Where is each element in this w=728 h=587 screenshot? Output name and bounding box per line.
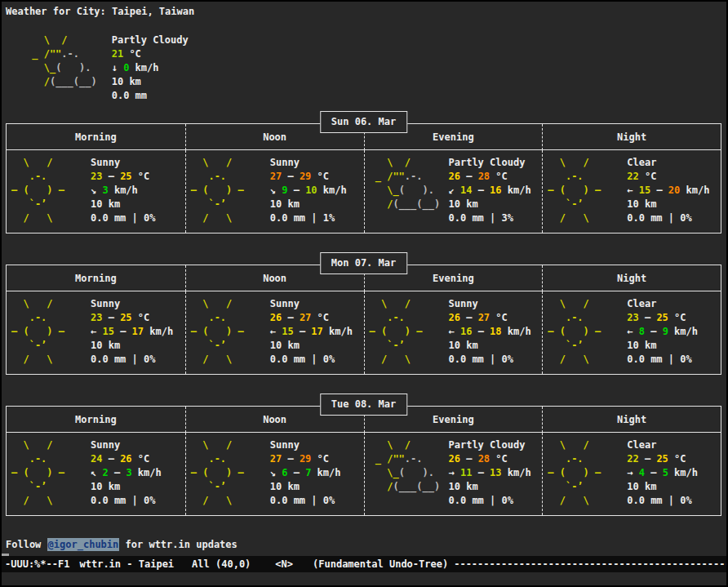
forecast-cell: \ / .-. – ( ) – `-’ / \ Sunny27 – 29 °C↘… [185,150,364,233]
wind-value: 4 [639,467,645,478]
temp-value: 23 [627,312,638,323]
period-details: Clear22 °C← 15 – 20 km/h10 km0.0 mm | 0% [627,156,709,225]
wind-direction-arrow: ← [270,326,282,337]
wind-unit: km/h [668,467,698,478]
sunny-icon-part: / \ [548,212,601,224]
wind-value: 3 [126,467,131,478]
wind-value: 10 [305,185,317,196]
partly-cloudy-icon: \ / _ /"".-. \_( ). /(___(__) [370,156,449,225]
precip-mm: 0.0 mm [449,212,484,224]
sunny-icon-part: .-. [191,312,244,323]
temperature-range: 23 – 25 °C [627,311,698,325]
follow-prefix: Follow [6,539,47,550]
forecast-day-mon: Mon 07. Mar Morning Noon Evening Night \… [6,265,721,375]
visibility-value: 10 km [449,339,531,353]
temp-unit: °C [490,171,508,182]
wind-unit: km/h [680,185,709,196]
sunny-icon-part: / \ [11,212,64,224]
temp-value: 22 [627,171,638,182]
temp-value: 29 [300,171,311,182]
sunny-icon-part: `-’ [11,198,64,210]
precip-separator: | [663,354,681,365]
wind-direction-arrow: → [449,467,460,478]
range-dash: – [639,453,657,465]
wind-direction-arrow: ← [627,185,638,196]
precip-mm: 0.0 mm [112,90,147,101]
wind-info: ↓ 0 km/h [112,61,189,75]
precip-chance: 0% [502,495,513,506]
wind-info: ↘ 6 – 7 km/h [270,466,341,480]
follow-suffix: for wttr.in updates [119,539,237,550]
partly-cloudy-icon-part: \ / [26,34,68,46]
temp-value: 26 [449,453,460,465]
sunny-icon-part: .-. [548,453,601,465]
temp-value: 27 [270,453,282,465]
wind-value: 18 [490,326,501,337]
visibility-value: 10 km [270,198,347,211]
sunny-icon-part: `-’ [191,481,244,492]
sunny-icon-part: `-’ [191,198,244,210]
precipitation-value: 0.0 mm | 3% [449,211,531,225]
sunny-icon-part: .-. [370,312,423,323]
temp-value: 25 [656,312,668,323]
range-dash: – [282,453,300,465]
temp-value: 22 [627,453,638,465]
range-dash: – [282,171,300,182]
sunny-icon-part: / \ [191,212,244,224]
range-dash: – [650,185,668,196]
sunny-icon-part: \ / [11,439,64,451]
precip-separator: | [126,212,144,224]
precip-separator: | [305,354,323,365]
emacs-buffer: Weather for City: Taipei, Taiwan \ / _ /… [2,2,726,585]
sunny-icon-part: / \ [370,354,423,365]
sunny-icon-part: .-. [11,453,64,465]
wind-value: 13 [490,467,501,478]
wind-value: 17 [311,326,322,337]
sunny-icon: \ / .-. – ( ) – `-’ / \ [548,438,627,508]
precip-separator: | [484,354,502,365]
sunny-icon: \ / .-. – ( ) – `-’ / \ [11,297,91,367]
period-details: Sunny23 – 25 °C← 15 – 17 km/h10 km0.0 mm… [91,297,173,367]
wind-info: ← 16 – 18 km/h [449,325,531,339]
twitter-link[interactable]: @igor_chubin [47,538,120,551]
temp-value: 28 [478,453,490,465]
precip-separator: | [305,495,323,506]
condition-text: Sunny [270,297,353,311]
temperature-range: 22 – 25 °C [627,452,698,466]
sunny-icon-part: .-. [548,312,601,323]
precip-mm: 0.0 mm [270,212,305,224]
wind-value: 11 [460,467,472,478]
wind-unit: km/h [132,467,162,478]
range-dash: – [645,467,663,478]
partly-cloudy-icon-part: \_ [370,467,399,478]
period-header-morning: Morning [7,265,185,291]
wind-info: ↘ 9 – 10 km/h [270,184,347,198]
range-dash: – [102,453,120,465]
modeline-position: All (40,0) [192,558,251,570]
date-label: Mon 07. Mar [320,252,407,274]
precip-chance: 3% [502,212,513,224]
precip-chance: 0% [323,495,335,506]
sunny-icon-part: \ / [191,157,244,168]
period-header-morning: Morning [7,407,185,433]
temperature-range: 26 – 27 °C [270,311,353,325]
precip-separator: | [663,212,681,224]
forecast-cell: \ / .-. – ( ) – `-’ / \ Clear22 °C← 15 –… [542,150,721,233]
temperature-range: 23 – 25 °C [91,311,173,325]
forecast-cell: \ / .-. – ( ) – `-’ / \ Sunny23 – 25 °C↘… [7,150,185,233]
partly-cloudy-icon-part: (___(__) [50,76,97,87]
precipitation-value: 0.0 mm | 0% [91,494,162,508]
precip-separator: | [663,495,681,506]
sunny-icon: \ / .-. – ( ) – `-’ / \ [11,156,91,225]
visibility-value: 10 km [270,480,341,494]
sunny-icon-part: \ / [548,157,601,168]
sunny-icon-part: `-’ [11,340,64,351]
forecast-cell: \ / .-. – ( ) – `-’ / \ Sunny24 – 26 °C↖… [7,433,185,515]
temp-unit: °C [311,453,329,465]
range-dash: – [472,326,490,337]
temp-value: 26 [270,312,282,323]
temp-unit: °C [639,171,657,182]
temperature-range: 23 – 25 °C [91,170,156,184]
modeline-status: -UUU:%*--F1 [5,558,69,570]
wind-value: 17 [132,326,144,337]
